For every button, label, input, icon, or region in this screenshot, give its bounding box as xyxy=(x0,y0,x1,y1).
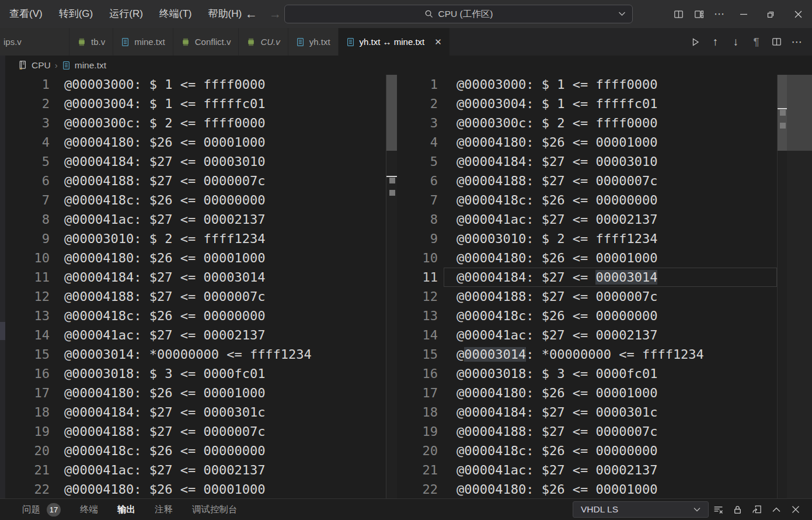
split-editor-icon[interactable] xyxy=(668,0,689,28)
right-pane-scrollbar[interactable] xyxy=(777,75,787,498)
close-tab-icon[interactable]: ✕ xyxy=(434,37,442,47)
split-editor-icon[interactable] xyxy=(766,28,787,56)
code-line[interactable]: 2@00003004: $ 1 <= fffffc01 xyxy=(0,94,386,113)
code-line[interactable]: 6@00004188: $27 <= 0000007c xyxy=(398,171,777,190)
code-line[interactable]: 22@00004180: $26 <= 00001000 xyxy=(0,480,386,498)
code-line[interactable]: 7@0000418c: $26 <= 00000000 xyxy=(0,190,386,210)
tab-mips-v[interactable]: ips.v xyxy=(0,28,69,56)
code-line[interactable]: 15@00003014: *00000000 <= ffff1234 xyxy=(0,345,386,364)
close-panel-icon[interactable] xyxy=(786,501,805,518)
code-line[interactable]: 15@00003014: *00000000 <= ffff1234 xyxy=(398,345,777,364)
code-line[interactable]: 22@00004180: $26 <= 00001000 xyxy=(398,480,777,498)
code-line[interactable]: 13@0000418c: $26 <= 00000000 xyxy=(0,306,386,325)
forward-arrow-icon[interactable]: → xyxy=(269,7,281,21)
line-text: @0000418c: $26 <= 00000000 xyxy=(64,306,265,325)
code-line[interactable]: 2@00003004: $ 1 <= fffffc01 xyxy=(398,94,777,113)
next-change-icon[interactable]: ↓ xyxy=(726,28,746,56)
code-line[interactable]: 10@00004180: $26 <= 00001000 xyxy=(0,248,386,268)
lock-scroll-icon[interactable] xyxy=(728,501,747,518)
whitespace-toggle-icon[interactable]: ¶ xyxy=(746,28,766,56)
code-line[interactable]: 10@00004180: $26 <= 00001000 xyxy=(398,248,777,268)
code-line[interactable]: 6@00004188: $27 <= 0000007c xyxy=(0,171,386,190)
tab-tb-v[interactable]: tb.v xyxy=(69,28,113,56)
diff-editor: 1@00003000: $ 1 <= ffff00002@00003004: $… xyxy=(0,75,812,498)
chevron-down-icon[interactable] xyxy=(618,11,626,16)
minimize-button[interactable] xyxy=(730,0,757,28)
menu-run[interactable]: 运行(R) xyxy=(101,0,151,28)
code-line[interactable]: 11@00004184: $27 <= 00003014 xyxy=(0,268,386,287)
maximize-panel-icon[interactable] xyxy=(766,501,786,518)
line-text: @0000300c: $ 2 <= ffff0000 xyxy=(64,113,265,133)
tab-diff-yh-mine[interactable]: yh.txt ↔ mine.txt ✕ xyxy=(339,28,449,56)
breadcrumb-file[interactable]: mine.txt xyxy=(75,60,106,71)
run-file-icon[interactable] xyxy=(685,28,705,56)
code-line[interactable]: 3@0000300c: $ 2 <= ffff0000 xyxy=(0,113,386,133)
tab-cu-v[interactable]: CU.v xyxy=(239,28,287,56)
code-line[interactable]: 1@00003000: $ 1 <= ffff0000 xyxy=(398,75,777,94)
clear-output-icon[interactable] xyxy=(709,501,728,518)
tab-yh-txt[interactable]: yh.txt xyxy=(288,28,338,56)
line-text: @000041ac: $27 <= 00002137 xyxy=(456,460,657,480)
menu-help[interactable]: 帮助(H) xyxy=(200,0,250,28)
sidebar-resize-strip[interactable] xyxy=(0,56,5,498)
customize-layout-icon[interactable] xyxy=(689,0,709,28)
code-line[interactable]: 12@00004188: $27 <= 0000007c xyxy=(0,287,386,306)
line-number: 17 xyxy=(398,383,438,403)
menu-terminal[interactable]: 终端(T) xyxy=(151,0,200,28)
diff-overview-ruler[interactable] xyxy=(787,75,812,498)
code-line[interactable]: 9@00003010: $ 2 <= ffff1234 xyxy=(398,229,777,248)
code-line[interactable]: 16@00003018: $ 3 <= 0000fc01 xyxy=(0,364,386,383)
command-center-search[interactable]: CPU (工作区) xyxy=(284,5,633,23)
code-line[interactable]: 7@0000418c: $26 <= 00000000 xyxy=(398,190,777,210)
panel-tab-terminal[interactable]: 终端 xyxy=(80,504,98,516)
code-line[interactable]: 16@00003018: $ 3 <= 0000fc01 xyxy=(398,364,777,383)
panel-tab-problems[interactable]: 问题 17 xyxy=(22,503,61,516)
code-line[interactable]: 13@0000418c: $26 <= 00000000 xyxy=(398,306,777,325)
menu-view[interactable]: 查看(V) xyxy=(1,0,51,28)
tab-mine-txt[interactable]: mine.txt xyxy=(113,28,173,56)
code-line[interactable]: 12@00004188: $27 <= 0000007c xyxy=(398,287,777,306)
scrollbar-thumb[interactable] xyxy=(386,75,397,151)
code-line[interactable]: 21@000041ac: $27 <= 00002137 xyxy=(398,460,777,480)
code-line[interactable]: 11@00004184: $27 <= 00003014 xyxy=(398,268,777,287)
line-text: @00004188: $27 <= 0000007c xyxy=(64,287,265,306)
output-channel-select[interactable]: VHDL LS xyxy=(573,501,709,518)
code-line[interactable]: 20@0000418c: $26 <= 00000000 xyxy=(398,441,777,460)
code-line[interactable]: 14@000041ac: $27 <= 00002137 xyxy=(0,325,386,345)
menu-goto[interactable]: 转到(G) xyxy=(51,0,102,28)
close-window-button[interactable] xyxy=(785,0,812,28)
panel-tab-debug-console[interactable]: 调试控制台 xyxy=(192,504,238,516)
code-line[interactable]: 1@00003000: $ 1 <= ffff0000 xyxy=(0,75,386,94)
open-output-in-editor-icon[interactable] xyxy=(747,501,766,518)
back-arrow-icon[interactable]: ← xyxy=(245,7,257,21)
code-line[interactable]: 5@00004184: $27 <= 00003010 xyxy=(0,152,386,171)
more-actions-icon[interactable]: ⋯ xyxy=(709,0,730,28)
code-line[interactable]: 18@00004184: $27 <= 0000301c xyxy=(398,403,777,422)
code-line[interactable]: 17@00004180: $26 <= 00001000 xyxy=(398,383,777,403)
code-line[interactable]: 5@00004184: $27 <= 00003010 xyxy=(398,152,777,171)
panel-tab-comments[interactable]: 注释 xyxy=(155,504,173,516)
more-actions-icon[interactable]: ⋯ xyxy=(787,28,807,56)
code-line[interactable]: 8@000041ac: $27 <= 00002137 xyxy=(0,210,386,229)
code-line[interactable]: 17@00004180: $26 <= 00001000 xyxy=(0,383,386,403)
left-pane-scrollbar[interactable] xyxy=(386,75,397,498)
diff-original-pane[interactable]: 1@00003000: $ 1 <= ffff00002@00003004: $… xyxy=(0,75,386,498)
restore-window-button[interactable] xyxy=(757,0,785,28)
code-line[interactable]: 8@000041ac: $27 <= 00002137 xyxy=(398,210,777,229)
breadcrumb-folder[interactable]: CPU xyxy=(32,60,51,71)
code-line[interactable]: 20@0000418c: $26 <= 00000000 xyxy=(0,441,386,460)
code-line[interactable]: 19@00004188: $27 <= 0000007c xyxy=(0,422,386,441)
code-line[interactable]: 4@00004180: $26 <= 00001000 xyxy=(0,133,386,152)
code-line[interactable]: 3@0000300c: $ 2 <= ffff0000 xyxy=(398,113,777,133)
tab-conflict-v[interactable]: Conflict.v xyxy=(173,28,239,56)
code-line[interactable]: 18@00004184: $27 <= 0000301c xyxy=(0,403,386,422)
code-line[interactable]: 14@000041ac: $27 <= 00002137 xyxy=(398,325,777,345)
code-line[interactable]: 21@000041ac: $27 <= 00002137 xyxy=(0,460,386,480)
sidebar-drag-handle[interactable] xyxy=(0,322,5,340)
code-line[interactable]: 4@00004180: $26 <= 00001000 xyxy=(398,133,777,152)
previous-change-icon[interactable]: ↑ xyxy=(705,28,726,56)
diff-modified-pane[interactable]: 1@00003000: $ 1 <= ffff00002@00003004: $… xyxy=(398,75,777,498)
code-line[interactable]: 19@00004188: $27 <= 0000007c xyxy=(398,422,777,441)
code-line[interactable]: 9@00003010: $ 2 <= ffff1234 xyxy=(0,229,386,248)
panel-tab-output[interactable]: 输出 xyxy=(117,504,135,516)
